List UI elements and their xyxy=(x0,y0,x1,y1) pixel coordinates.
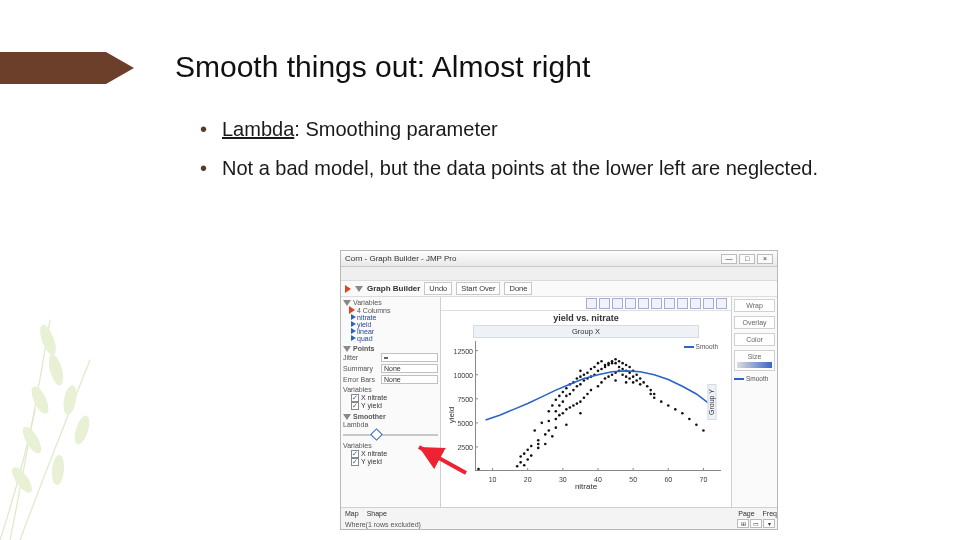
svg-point-88 xyxy=(604,366,607,369)
svg-point-51 xyxy=(562,412,565,415)
svg-point-47 xyxy=(558,404,561,407)
chart-type-icon[interactable] xyxy=(716,298,727,309)
svg-point-104 xyxy=(621,368,624,371)
map-dropzone[interactable]: Map xyxy=(345,510,359,517)
footer-tool-icon[interactable]: ▾ xyxy=(763,519,775,528)
chart-type-icon[interactable] xyxy=(625,298,636,309)
svg-point-28 xyxy=(530,445,533,448)
svg-point-58 xyxy=(569,406,572,409)
size-dropzone[interactable]: Size xyxy=(734,350,775,371)
done-button[interactable]: Done xyxy=(504,282,532,295)
plot-area[interactable]: Smooth 250050007500100001250010203040506… xyxy=(475,341,721,471)
lambda-row: Lambda xyxy=(343,420,438,429)
page-dropzone[interactable]: Page xyxy=(738,510,754,517)
column-item[interactable]: linear xyxy=(343,328,438,335)
disclosure-gray-icon[interactable] xyxy=(355,286,363,292)
svg-point-63 xyxy=(576,385,579,388)
svg-point-81 xyxy=(597,362,600,365)
svg-point-42 xyxy=(555,398,558,401)
lambda-slider[interactable] xyxy=(343,431,438,439)
svg-point-40 xyxy=(551,404,554,407)
chevron-down-icon[interactable] xyxy=(343,414,351,420)
svg-point-52 xyxy=(565,387,568,390)
chevron-down-icon[interactable] xyxy=(343,300,351,306)
svg-point-61 xyxy=(572,404,575,407)
svg-point-73 xyxy=(586,371,589,374)
svg-point-109 xyxy=(625,381,628,384)
svg-point-108 xyxy=(625,375,628,378)
window-titlebar[interactable]: Corn - Graph Builder - JMP Pro — □ × xyxy=(341,251,777,267)
svg-point-30 xyxy=(533,429,536,432)
svg-point-32 xyxy=(537,439,540,442)
svg-point-20 xyxy=(477,468,480,471)
points-row-summary[interactable]: SummaryNone xyxy=(343,363,438,374)
chart-type-icon[interactable] xyxy=(638,298,649,309)
svg-point-69 xyxy=(579,370,582,373)
panel-title: Graph Builder xyxy=(367,284,420,293)
svg-point-26 xyxy=(526,449,529,452)
chart-type-icon[interactable] xyxy=(586,298,597,309)
chevron-down-icon[interactable] xyxy=(343,346,351,352)
points-row-jitter[interactable]: Jitter xyxy=(343,352,438,363)
svg-point-35 xyxy=(544,433,547,436)
undo-button[interactable]: Undo xyxy=(424,282,452,295)
maximize-button[interactable]: □ xyxy=(739,254,755,264)
smoother-check-y[interactable]: ✓Y yield xyxy=(351,458,438,466)
svg-point-105 xyxy=(621,373,624,376)
x-axis-label: nitrate xyxy=(441,482,731,491)
column-item[interactable]: quad xyxy=(343,335,438,342)
points-check-y[interactable]: ✓Y yield xyxy=(351,402,438,410)
svg-point-94 xyxy=(611,362,614,365)
svg-point-55 xyxy=(565,423,568,426)
chart-type-icon[interactable] xyxy=(651,298,662,309)
footer-tool-icon[interactable]: ▭ xyxy=(750,519,762,528)
svg-point-36 xyxy=(544,443,547,446)
svg-point-25 xyxy=(523,464,526,467)
chart-type-icon[interactable] xyxy=(664,298,675,309)
element-toolbar xyxy=(441,297,731,311)
smoother-check-x[interactable]: ✓X nitrate xyxy=(351,450,438,458)
disclosure-red-icon[interactable] xyxy=(345,285,351,293)
svg-point-67 xyxy=(579,400,582,403)
group-y-dropzone[interactable]: Group Y xyxy=(708,384,717,420)
shape-dropzone[interactable]: Shape xyxy=(367,510,387,517)
column-item[interactable]: yield xyxy=(343,321,438,328)
menu-bar[interactable] xyxy=(341,267,777,281)
disclosure-red-icon[interactable] xyxy=(349,306,355,314)
points-row-errorbars[interactable]: Error BarsNone xyxy=(343,374,438,385)
chart-type-icon[interactable] xyxy=(612,298,623,309)
points-check-x[interactable]: ✓X nitrate xyxy=(351,394,438,402)
footer-tool-icon[interactable]: ⊞ xyxy=(737,519,749,528)
minimize-button[interactable]: — xyxy=(721,254,737,264)
color-dropzone[interactable]: Color xyxy=(734,333,775,346)
chart-type-icon[interactable] xyxy=(690,298,701,309)
overlay-dropzone[interactable]: Overlay xyxy=(734,316,775,329)
svg-point-5 xyxy=(72,414,93,446)
group-x-dropzone[interactable]: Group X xyxy=(473,325,699,338)
svg-point-64 xyxy=(576,402,579,405)
svg-point-122 xyxy=(649,389,652,392)
svg-point-130 xyxy=(688,418,691,421)
right-pane: Wrap Overlay Color Size Smooth xyxy=(731,297,777,507)
chart-type-icon[interactable] xyxy=(677,298,688,309)
chart-type-icon[interactable] xyxy=(703,298,714,309)
column-item[interactable]: nitrate xyxy=(343,314,438,321)
wrap-dropzone[interactable]: Wrap xyxy=(734,299,775,312)
svg-point-2 xyxy=(28,384,52,416)
svg-point-89 xyxy=(604,377,607,380)
svg-point-121 xyxy=(646,385,649,388)
bullet-list: Lambda: Smoothing parameter Not a bad mo… xyxy=(200,116,820,194)
svg-point-43 xyxy=(555,410,558,413)
start-over-button[interactable]: Start Over xyxy=(456,282,500,295)
svg-point-106 xyxy=(625,364,628,367)
svg-point-85 xyxy=(600,368,603,371)
svg-point-117 xyxy=(635,379,638,382)
svg-point-45 xyxy=(555,426,558,429)
svg-point-75 xyxy=(586,393,589,396)
svg-point-124 xyxy=(653,393,656,396)
svg-point-39 xyxy=(548,429,551,432)
freq-dropzone[interactable]: Freq xyxy=(763,510,777,517)
plot-pane: yield vs. nitrate Group X yield nitrate … xyxy=(441,297,731,507)
chart-type-icon[interactable] xyxy=(599,298,610,309)
close-button[interactable]: × xyxy=(757,254,773,264)
